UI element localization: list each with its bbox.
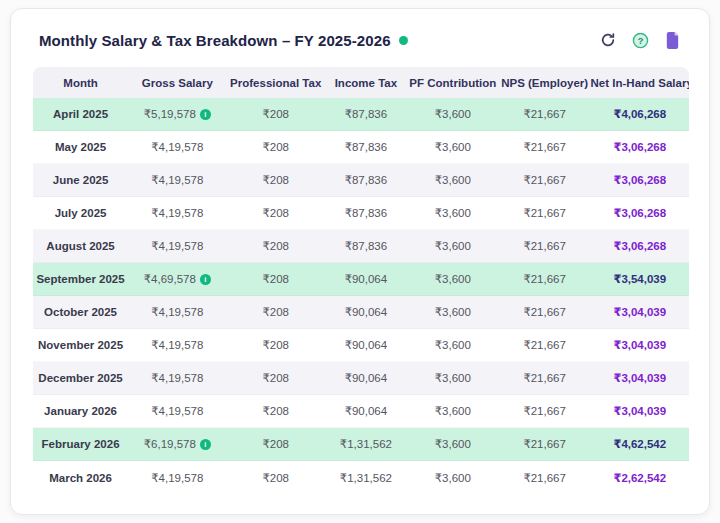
column-header: PF Contribution <box>407 67 499 98</box>
table-row[interactable]: February 2026 ₹6,19,578 i ₹208 ₹1,31,562… <box>33 428 689 461</box>
pf-contribution-cell: ₹3,600 <box>407 131 499 164</box>
professional-tax-cell: ₹208 <box>227 164 325 197</box>
professional-tax-cell: ₹208 <box>227 296 325 329</box>
salary-breakdown-card: Monthly Salary & Tax Breakdown – FY 2025… <box>10 8 710 515</box>
nps-employer-cell: ₹21,667 <box>499 230 591 263</box>
refresh-button[interactable] <box>599 31 617 49</box>
gross-salary-value: ₹4,19,578 <box>151 371 203 385</box>
column-header: Net In-Hand Salary <box>591 67 689 98</box>
pf-contribution-cell: ₹3,600 <box>407 197 499 230</box>
table-header-row: MonthGross SalaryProfessional TaxIncome … <box>33 67 689 98</box>
nps-employer-cell: ₹21,667 <box>499 329 591 362</box>
professional-tax-cell: ₹208 <box>227 362 325 395</box>
income-tax-cell: ₹87,836 <box>325 164 407 197</box>
gross-salary-cell: ₹4,69,578 i <box>128 263 226 296</box>
professional-tax-cell: ₹208 <box>227 461 325 494</box>
help-icon: ? <box>632 32 649 49</box>
gross-salary-cell: ₹4,19,578 <box>128 395 226 428</box>
info-icon[interactable]: i <box>200 439 211 450</box>
document-icon <box>665 32 680 49</box>
gross-salary-value: ₹4,19,578 <box>151 140 203 154</box>
month-cell: November 2025 <box>33 329 128 362</box>
table-row[interactable]: March 2026 ₹4,19,578 ₹208 ₹1,31,562 ₹3,6… <box>33 461 689 494</box>
info-icon[interactable]: i <box>200 274 211 285</box>
gross-salary-value: ₹4,19,578 <box>151 338 203 352</box>
table-row[interactable]: September 2025 ₹4,69,578 i ₹208 ₹90,064 … <box>33 263 689 296</box>
income-tax-cell: ₹90,064 <box>325 329 407 362</box>
table-row[interactable]: November 2025 ₹4,19,578 ₹208 ₹90,064 ₹3,… <box>33 329 689 362</box>
net-in-hand-cell: ₹3,04,039 <box>591 395 689 428</box>
table-row[interactable]: July 2025 ₹4,19,578 ₹208 ₹87,836 ₹3,600 … <box>33 197 689 230</box>
nps-employer-cell: ₹21,667 <box>499 98 591 131</box>
month-cell: July 2025 <box>33 197 128 230</box>
net-in-hand-cell: ₹2,62,542 <box>591 461 689 494</box>
professional-tax-cell: ₹208 <box>227 197 325 230</box>
table-row[interactable]: December 2025 ₹4,19,578 ₹208 ₹90,064 ₹3,… <box>33 362 689 395</box>
table-row[interactable]: October 2025 ₹4,19,578 ₹208 ₹90,064 ₹3,6… <box>33 296 689 329</box>
toolbar: ? <box>599 31 681 49</box>
net-in-hand-cell: ₹4,62,542 <box>591 428 689 461</box>
salary-table: MonthGross SalaryProfessional TaxIncome … <box>33 67 689 494</box>
month-cell: October 2025 <box>33 296 128 329</box>
net-in-hand-cell: ₹3,06,268 <box>591 164 689 197</box>
pf-contribution-cell: ₹3,600 <box>407 461 499 494</box>
net-in-hand-cell: ₹3,04,039 <box>591 329 689 362</box>
gross-salary-cell: ₹4,19,578 <box>128 197 226 230</box>
income-tax-cell: ₹90,064 <box>325 296 407 329</box>
pf-contribution-cell: ₹3,600 <box>407 329 499 362</box>
gross-salary-value: ₹6,19,578 <box>144 437 196 451</box>
income-tax-cell: ₹1,31,562 <box>325 461 407 494</box>
gross-salary-cell: ₹4,19,578 <box>128 131 226 164</box>
income-tax-cell: ₹87,836 <box>325 197 407 230</box>
month-cell: February 2026 <box>33 428 128 461</box>
help-button[interactable]: ? <box>631 31 649 49</box>
table-body: April 2025 ₹5,19,578 i ₹208 ₹87,836 ₹3,6… <box>33 98 689 494</box>
nps-employer-cell: ₹21,667 <box>499 296 591 329</box>
gross-salary-cell: ₹4,19,578 <box>128 230 226 263</box>
net-in-hand-cell: ₹3,06,268 <box>591 230 689 263</box>
table-row[interactable]: May 2025 ₹4,19,578 ₹208 ₹87,836 ₹3,600 ₹… <box>33 131 689 164</box>
net-in-hand-cell: ₹3,06,268 <box>591 197 689 230</box>
pf-contribution-cell: ₹3,600 <box>407 428 499 461</box>
gross-salary-cell: ₹4,19,578 <box>128 362 226 395</box>
info-icon[interactable]: i <box>200 109 211 120</box>
pf-contribution-cell: ₹3,600 <box>407 98 499 131</box>
net-in-hand-cell: ₹3,04,039 <box>591 362 689 395</box>
gross-salary-cell: ₹4,19,578 <box>128 329 226 362</box>
income-tax-cell: ₹1,31,562 <box>325 428 407 461</box>
page-title: Monthly Salary & Tax Breakdown – FY 2025… <box>39 32 391 49</box>
table-row[interactable]: April 2025 ₹5,19,578 i ₹208 ₹87,836 ₹3,6… <box>33 98 689 131</box>
month-cell: December 2025 <box>33 362 128 395</box>
nps-employer-cell: ₹21,667 <box>499 362 591 395</box>
professional-tax-cell: ₹208 <box>227 263 325 296</box>
nps-employer-cell: ₹21,667 <box>499 131 591 164</box>
card-header: Monthly Salary & Tax Breakdown – FY 2025… <box>33 31 687 49</box>
gross-salary-value: ₹4,19,578 <box>151 305 203 319</box>
nps-employer-cell: ₹21,667 <box>499 164 591 197</box>
income-tax-cell: ₹87,836 <box>325 230 407 263</box>
gross-salary-value: ₹4,19,578 <box>151 239 203 253</box>
status-dot-icon <box>399 36 408 45</box>
professional-tax-cell: ₹208 <box>227 395 325 428</box>
table-row[interactable]: January 2026 ₹4,19,578 ₹208 ₹90,064 ₹3,6… <box>33 395 689 428</box>
column-header: Income Tax <box>325 67 407 98</box>
column-header: Professional Tax <box>227 67 325 98</box>
pf-contribution-cell: ₹3,600 <box>407 296 499 329</box>
professional-tax-cell: ₹208 <box>227 131 325 164</box>
nps-employer-cell: ₹21,667 <box>499 263 591 296</box>
table-row[interactable]: August 2025 ₹4,19,578 ₹208 ₹87,836 ₹3,60… <box>33 230 689 263</box>
income-tax-cell: ₹87,836 <box>325 98 407 131</box>
svg-text:?: ? <box>637 35 643 45</box>
document-button[interactable] <box>663 31 681 49</box>
month-cell: June 2025 <box>33 164 128 197</box>
column-header: Gross Salary <box>128 67 226 98</box>
pf-contribution-cell: ₹3,600 <box>407 395 499 428</box>
month-cell: August 2025 <box>33 230 128 263</box>
gross-salary-cell: ₹4,19,578 <box>128 461 226 494</box>
net-in-hand-cell: ₹3,04,039 <box>591 296 689 329</box>
pf-contribution-cell: ₹3,600 <box>407 362 499 395</box>
gross-salary-cell: ₹5,19,578 i <box>128 98 226 131</box>
nps-employer-cell: ₹21,667 <box>499 197 591 230</box>
gross-salary-cell: ₹4,19,578 <box>128 164 226 197</box>
table-row[interactable]: June 2025 ₹4,19,578 ₹208 ₹87,836 ₹3,600 … <box>33 164 689 197</box>
